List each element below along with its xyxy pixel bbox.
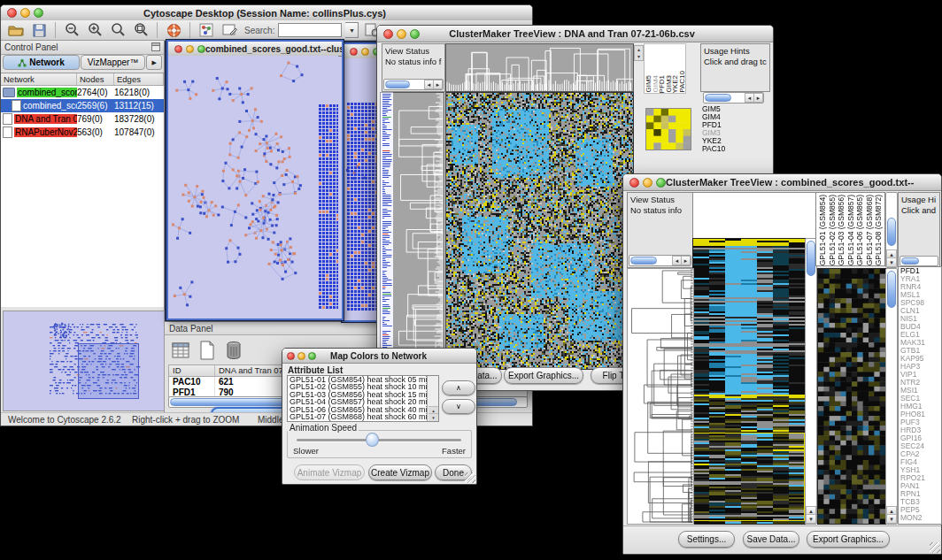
main-titlebar: Cytoscape Desktop (Session Name: collins… bbox=[1, 5, 532, 21]
scroll-thumb[interactable] bbox=[630, 257, 657, 265]
view-status-panel: View Status No status info ◂ ▸ bbox=[627, 192, 693, 268]
animate-vizmap-button[interactable]: Animate Vizmap bbox=[294, 464, 365, 480]
move-down-button[interactable]: ∨ bbox=[442, 399, 475, 414]
gene-row-label[interactable]: PAC10 bbox=[702, 145, 725, 153]
network-table-row[interactable]: DNA and Tran 07769(0)183728(0) bbox=[1, 112, 164, 126]
zoom-button[interactable] bbox=[308, 352, 316, 360]
scroll-thumb[interactable] bbox=[428, 376, 438, 397]
create-vizmap-button[interactable]: Create Vizmap bbox=[368, 464, 432, 480]
zoom-vscrollbar[interactable]: ▴ ▾ bbox=[885, 268, 898, 525]
usage-hints-scrollbar[interactable]: ◂ ▸ bbox=[703, 92, 764, 104]
control-panel-title: Control Panel bbox=[4, 42, 58, 52]
view-status-scrollbar[interactable]: ◂ ▸ bbox=[383, 79, 444, 90]
column-dendrogram-area[interactable] bbox=[692, 192, 816, 240]
column-dendrogram-canvas[interactable] bbox=[445, 43, 634, 92]
array-column-label: GPL51-08 (GSM872) bbox=[874, 195, 884, 265]
scroll-right-arrow[interactable]: ▸ bbox=[433, 80, 443, 89]
close-button[interactable] bbox=[287, 352, 295, 360]
tab-vizmapper[interactable]: VizMapper™ bbox=[81, 55, 145, 70]
zoom-selected-icon[interactable] bbox=[131, 22, 151, 39]
row-dendrogram-canvas[interactable] bbox=[393, 92, 444, 370]
close-button[interactable] bbox=[350, 48, 358, 56]
scroll-thumb[interactable] bbox=[705, 94, 731, 102]
minimize-button[interactable] bbox=[643, 178, 652, 188]
scroll-thumb[interactable] bbox=[807, 241, 815, 276]
scroll-thumb[interactable] bbox=[887, 271, 896, 308]
help-icon[interactable] bbox=[164, 22, 183, 39]
export-graphics-button[interactable]: Export Graphics... bbox=[807, 531, 890, 548]
attribute-list[interactable]: GPL51-01 (GSM854) heat shock 05 minGPL51… bbox=[287, 375, 439, 422]
scroll-thumb[interactable] bbox=[385, 81, 410, 88]
network-table-row[interactable]: RNAPuberNov2+563(0)107847(0) bbox=[1, 126, 164, 139]
float-panel-icon[interactable] bbox=[151, 42, 160, 53]
search-input[interactable] bbox=[278, 23, 342, 37]
open-file-icon[interactable] bbox=[6, 22, 26, 39]
zoom-button[interactable] bbox=[197, 45, 205, 53]
minimize-button[interactable] bbox=[20, 8, 30, 18]
gene-label[interactable]: MON2 bbox=[900, 514, 941, 522]
zoom-in-icon[interactable] bbox=[85, 22, 104, 39]
search-dropdown-arrow[interactable]: ▼ bbox=[345, 22, 359, 38]
settings-button[interactable]: Settings... bbox=[678, 531, 735, 548]
tab-overflow-arrow[interactable]: ▶ bbox=[146, 55, 162, 70]
close-button[interactable] bbox=[7, 8, 17, 18]
view-status-scrollbar[interactable]: ◂ ▸ bbox=[629, 255, 691, 266]
speed-slider-track[interactable] bbox=[297, 439, 461, 441]
zoom-fit-icon[interactable] bbox=[108, 22, 127, 39]
delete-attribute-icon[interactable] bbox=[223, 340, 244, 361]
attribute-list-scrollbar[interactable]: ▴ ▾ bbox=[427, 376, 438, 421]
scroll-down-arrow[interactable]: ▾ bbox=[886, 257, 897, 267]
network-table-row[interactable]: combined_scores2764(0)16218(0) bbox=[1, 86, 164, 99]
new-attribute-icon[interactable] bbox=[197, 340, 218, 361]
window-controls bbox=[7, 8, 43, 18]
vizmap-node-icon[interactable] bbox=[197, 22, 216, 39]
minimize-button[interactable] bbox=[297, 352, 305, 360]
scroll-down-arrow[interactable]: ▾ bbox=[886, 514, 897, 524]
zoom-button[interactable] bbox=[656, 178, 666, 188]
network1-titlebar: combined_scores_good.txt--cluste... bbox=[168, 42, 342, 57]
move-up-button[interactable]: ∧ bbox=[442, 380, 475, 395]
save-data-button[interactable]: Save Data... bbox=[743, 531, 799, 548]
dendro-scroll-arrows[interactable]: ▴▾ bbox=[634, 45, 644, 61]
status-zoom-hint: Right-click + drag to ZOOM bbox=[132, 415, 239, 425]
zoom-heatmap-canvas[interactable] bbox=[645, 108, 691, 150]
zoom-button[interactable] bbox=[410, 29, 420, 39]
labels-vscrollbar[interactable]: ▴ ▾ bbox=[885, 192, 898, 268]
export-graphics-button[interactable]: Export Graphics... bbox=[504, 367, 583, 384]
close-button[interactable] bbox=[629, 178, 639, 188]
array-column-label: GPL51-02 (GSM855) bbox=[828, 195, 838, 265]
tab-network[interactable]: Network bbox=[3, 55, 80, 70]
gene-column-label: PAC10 bbox=[678, 71, 685, 93]
gene-column-label: GIM3 bbox=[665, 75, 672, 93]
minimize-button[interactable] bbox=[186, 45, 194, 53]
birdseye-view-canvas[interactable] bbox=[3, 311, 165, 411]
resize-grip[interactable] bbox=[465, 472, 475, 483]
view-status-panel: View Status No status info f ◂ ▸ bbox=[382, 43, 445, 92]
close-button[interactable] bbox=[174, 45, 182, 53]
scroll-thumb[interactable] bbox=[901, 257, 919, 265]
annotation-icon[interactable] bbox=[220, 22, 239, 39]
scroll-down-arrow[interactable]: ▾ bbox=[429, 413, 438, 421]
network-view-canvas[interactable] bbox=[168, 56, 338, 315]
zoom-out-icon[interactable] bbox=[62, 22, 81, 39]
global-heatmap-canvas[interactable] bbox=[445, 92, 634, 370]
heatmap-vscrollbar[interactable]: ▴ ▾ bbox=[805, 238, 817, 525]
scroll-right-arrow[interactable]: ▸ bbox=[681, 256, 691, 265]
scroll-right-arrow[interactable]: ▸ bbox=[753, 93, 763, 103]
scroll-thumb[interactable] bbox=[887, 218, 896, 246]
network-table-row[interactable]: combined_sco2569(6)13112(15) bbox=[1, 99, 164, 112]
zoom-heatmap-canvas[interactable] bbox=[817, 268, 886, 525]
zoom-button[interactable] bbox=[34, 8, 43, 18]
select-attributes-icon[interactable] bbox=[170, 340, 191, 361]
speed-slider-thumb[interactable] bbox=[366, 433, 379, 447]
save-icon[interactable] bbox=[29, 22, 49, 39]
minimize-button[interactable] bbox=[361, 48, 369, 56]
scroll-down-arrow[interactable]: ▾ bbox=[806, 514, 816, 524]
minimize-button[interactable] bbox=[397, 29, 406, 39]
resize-grip[interactable] bbox=[930, 542, 940, 553]
row-dendrogram-canvas[interactable] bbox=[627, 268, 694, 525]
attribute-list-item[interactable]: GPL51-07 (GSM868) heat shock 60 min bbox=[288, 413, 438, 420]
close-button[interactable] bbox=[383, 29, 393, 39]
usage-hints-scrollbar[interactable] bbox=[900, 256, 938, 266]
folder-icon bbox=[3, 88, 15, 97]
